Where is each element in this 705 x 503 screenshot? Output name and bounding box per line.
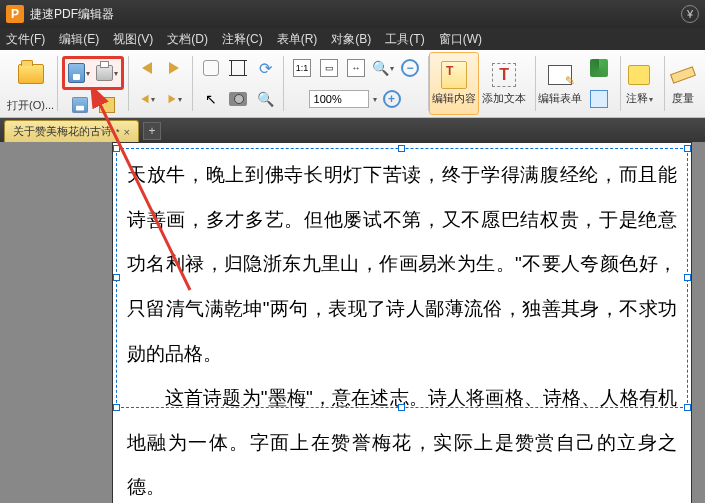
redo-drop[interactable]: ▾ [162,87,186,111]
annotate-label: 注释 [626,92,648,104]
mail-icon [99,97,115,113]
search-tool[interactable]: 🔍 [253,87,277,111]
email-button[interactable] [95,93,119,117]
currency-icon[interactable]: ¥ [681,5,699,23]
actual-size[interactable]: 1:1 [290,56,314,80]
edit-form-button[interactable]: 编辑表单 [536,52,584,115]
page[interactable]: 天放牛，晚上到佛寺长明灯下苦读，终于学得满腹经纶，而且能诗善画，多才多艺。但他屡… [112,142,692,503]
paragraph-2[interactable]: 这首诗题为"墨梅"，意在述志。诗人将画格、诗格、人格有机地融为一体。字面上在赞誉… [127,376,677,503]
hand-icon [203,60,219,76]
cursor-group: ⟳ ↖ 🔍 [193,52,283,115]
menu-tool[interactable]: 工具(T) [385,31,424,48]
title-bar: P 捷速PDF编辑器 ¥ [0,0,705,28]
print-button[interactable]: ▾ [95,61,119,85]
zoom-out[interactable]: − [398,56,422,80]
fit-page[interactable]: ▭ [317,56,341,80]
app-title: 捷速PDF编辑器 [30,6,114,23]
actual-size-icon: 1:1 [293,59,311,77]
save-as-icon [72,97,88,113]
print-icon [96,65,113,81]
search-icon: 🔍 [257,91,274,107]
edit-form-icon [548,65,572,85]
measure-label: 度量 [672,91,694,106]
edit-content-label: 编辑内容 [432,91,476,106]
redo-icon2 [168,95,175,103]
menu-object[interactable]: 对象(B) [331,31,371,48]
menu-form[interactable]: 表单(R) [277,31,318,48]
menu-edit[interactable]: 编辑(E) [59,31,99,48]
fit-width-icon: ↔ [347,59,365,77]
undo-icon [142,62,152,74]
hand-tool[interactable] [199,56,223,80]
add-text-button[interactable]: T 添加文本 [480,52,528,115]
text-select-tool[interactable] [226,56,250,80]
ruler-icon [670,66,696,84]
undo-drop[interactable]: ▾ [135,87,159,111]
undo-button[interactable] [135,56,159,80]
measure-button[interactable]: 度量 [665,52,701,115]
menu-view[interactable]: 视图(V) [113,31,153,48]
text-cursor-icon [231,60,245,76]
save-as-button[interactable] [68,93,92,117]
pointer-icon: ↖ [205,91,217,107]
tab-bar: 关于赞美梅花的古诗 * × + [0,118,705,142]
document-area[interactable]: 天放牛，晚上到佛寺长明灯下苦读，终于学得满腹经纶，而且能诗善画，多才多艺。但他屡… [0,142,705,503]
new-tab-button[interactable]: + [143,122,161,140]
menu-window[interactable]: 窗口(W) [439,31,482,48]
redo-button[interactable] [162,56,186,80]
folder-icon [18,64,44,84]
zoom-in-icon: + [383,90,401,108]
save-button[interactable]: ▾ [67,61,91,85]
save-icon [68,63,85,83]
fit-width[interactable]: ↔ [344,56,368,80]
refresh-icon: ⟳ [259,59,272,78]
menu-bar: 文件(F) 编辑(E) 视图(V) 文档(D) 注释(C) 表单(R) 对象(B… [0,28,705,50]
open-label: 打开(O)... [7,98,54,113]
annotate-icon [628,65,650,85]
blue-tool[interactable] [587,87,611,111]
green-icon [590,59,608,77]
app-logo: P [6,5,24,23]
zoom-in[interactable]: + [380,87,404,111]
snapshot-tool[interactable] [226,87,250,111]
edit-content-icon [441,61,467,89]
fit-page-icon: ▭ [320,59,338,77]
tab-title: 关于赞美梅花的古诗 [13,124,112,139]
zoom-input[interactable] [309,90,369,108]
menu-file[interactable]: 文件(F) [6,31,45,48]
camera-icon [229,92,247,106]
zoom-group: 1:1 ▭ ↔ 🔍▾ − ▾ + [284,52,428,115]
open-button[interactable] [15,54,47,94]
edit-form-label: 编辑表单 [538,91,582,106]
undo-icon2 [141,95,148,103]
magnifier-icon: 🔍 [372,60,389,76]
annotate-button[interactable]: 注释▾ [621,52,657,115]
history-group: ▾ ▾ [129,52,192,115]
zoom-tool[interactable]: 🔍▾ [371,56,395,80]
redo-icon [169,62,179,74]
highlight-box: ▾ ▾ [62,56,124,90]
zoom-out-icon: − [401,59,419,77]
tab-close[interactable]: × [124,126,130,138]
refresh-tool[interactable]: ⟳ [253,56,277,80]
edit-content-button[interactable]: 编辑内容 [429,52,479,115]
open-group: 打开(O)... [4,52,57,115]
blue-icon [590,90,608,108]
menu-doc[interactable]: 文档(D) [167,31,208,48]
green-tool[interactable] [587,56,611,80]
add-text-icon: T [492,63,516,87]
menu-comment[interactable]: 注释(C) [222,31,263,48]
document-tab[interactable]: 关于赞美梅花的古诗 * × [4,120,139,142]
save-print-group: ▾ ▾ [58,52,128,115]
paragraph-1[interactable]: 天放牛，晚上到佛寺长明灯下苦读，终于学得满腹经纶，而且能诗善画，多才多艺。但他屡… [127,153,677,376]
misc-group [585,52,613,115]
toolbar: 打开(O)... ▾ ▾ ▾ ▾ ⟳ ↖ 🔍 [0,50,705,118]
add-text-label: 添加文本 [482,91,526,106]
document-text[interactable]: 天放牛，晚上到佛寺长明灯下苦读，终于学得满腹经纶，而且能诗善画，多才多艺。但他屡… [127,153,677,503]
select-tool[interactable]: ↖ [199,87,223,111]
